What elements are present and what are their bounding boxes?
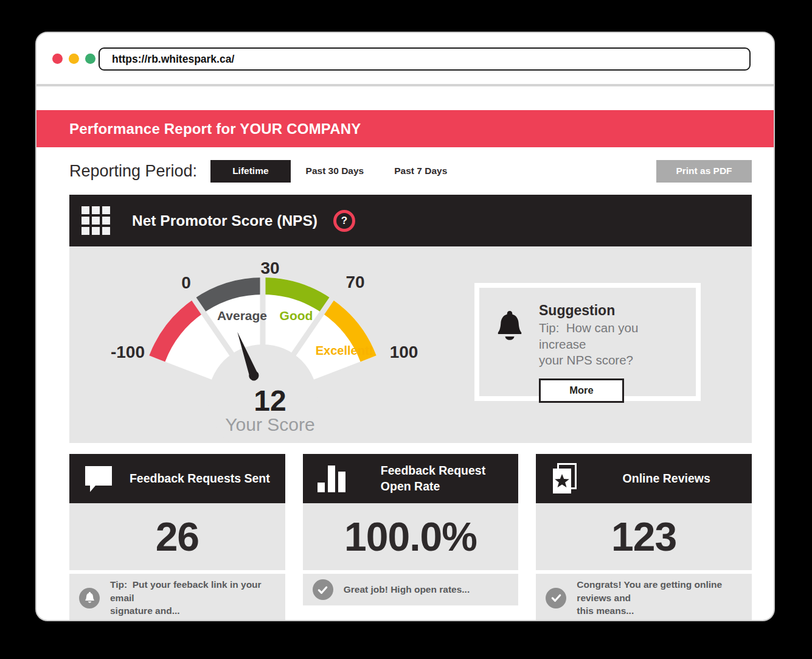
page-title: Performance Report for YOUR COMPANY [36,120,361,138]
card-title: Feedback Request Open Rate [381,463,485,494]
gauge-segment-label: Good [280,309,313,323]
suggestion-box: Suggestion Tip: How can you increase you… [474,283,701,401]
reporting-period-tabs: LifetimePast 30 DaysPast 7 Days [210,160,462,183]
report-banner: Performance Report for YOUR COMPANY [36,110,774,147]
card-note-text: Great job! High open rates... [344,583,470,596]
metric-card-body: 123 [536,503,752,570]
nps-gauge-chart: -10003070100AverageGoodExcellent!12Your … [69,246,471,443]
metric-card-note: Tip: Put your feeback link in your email… [69,574,285,621]
browser-window: https://rb.whitespark.ca/ Performance Re… [35,32,775,621]
gauge-segment-label: Excellent! [316,344,373,357]
traffic-lights [52,54,95,64]
report-page: Performance Report for YOUR COMPANY Repo… [36,110,774,621]
traffic-light-maximize-icon[interactable] [85,54,95,64]
metric-card-header: Feedback Request Open Rate [303,454,519,503]
period-tab-past-7-days[interactable]: Past 7 Days [379,160,462,183]
print-as-pdf-button[interactable]: Print as PDF [656,160,752,183]
card-note-text: Congrats! You are getting online reviews… [577,578,743,618]
metric-card-header: Online Reviews [536,454,752,503]
metric-card-body: 100.0% [303,503,519,570]
traffic-light-close-icon[interactable] [52,54,63,64]
star-pages-icon [549,462,581,495]
suggestion-content: Suggestion Tip: How can you increase you… [539,302,685,396]
check-icon [550,592,562,604]
bar-chart-icon [316,464,348,493]
metric-cards-row: Feedback Requests Sent 26 [69,454,752,621]
metric-card: Feedback Request Open Rate 100.0% [303,454,519,621]
gauge-score: 12 [254,385,286,417]
metric-card: Feedback Requests Sent 26 [69,454,285,621]
chrome-divider [36,84,774,86]
card-value: 123 [611,514,676,560]
url-bar[interactable]: https://rb.whitespark.ca/ [99,47,751,71]
suggestion-title: Suggestion [539,302,685,319]
metric-card: Online Reviews 123 [536,454,752,621]
gauge-segment-label: Average [217,309,267,323]
metric-card-note: Great job! High open rates... [303,574,519,605]
reporting-period-label: Reporting Period: [69,162,197,181]
period-tab-lifetime[interactable]: Lifetime [210,160,290,183]
gauge-tick-label: 70 [345,273,364,291]
gauge-tick-label: -100 [111,343,145,361]
reporting-period-row: Reporting Period: LifetimePast 30 DaysPa… [36,147,774,195]
help-glyph: ? [341,215,347,227]
nps-panel: Net Promotor Score (NPS) ? -10003070100A… [69,195,752,443]
card-note-text: Tip: Put your feeback link in your email… [110,578,277,618]
more-button[interactable]: More [539,378,624,403]
gauge-tick-label: 30 [260,259,279,277]
card-title: Online Reviews [623,471,710,486]
gauge-score-label: Your Score [225,414,314,434]
metric-card-note: Congrats! You are getting online reviews… [536,574,752,621]
nps-panel-body: -10003070100AverageGoodExcellent!12Your … [69,246,752,443]
gauge-tick-label: 100 [390,343,418,361]
check-icon [317,584,328,596]
bell-icon [498,310,522,344]
nps-panel-header: Net Promotor Score (NPS) ? [69,195,752,246]
metric-card-body: 26 [69,503,285,570]
gauge-tick-label: 0 [181,273,191,292]
bell-icon [85,591,95,604]
card-value: 100.0% [344,514,477,560]
help-icon[interactable]: ? [333,210,355,232]
grid-icon [82,206,110,235]
speech-bubble-icon [83,465,114,493]
nps-title: Net Promotor Score (NPS) [132,212,318,229]
traffic-light-minimize-icon[interactable] [69,54,79,64]
url-text: https://rb.whitespark.ca/ [112,53,234,66]
browser-chrome: https://rb.whitespark.ca/ [36,33,774,84]
card-value: 26 [156,514,199,560]
suggestion-tip: Tip: How can you increase your NPS score… [539,320,685,369]
card-title: Feedback Requests Sent [130,471,270,486]
period-tab-past-30-days[interactable]: Past 30 Days [291,160,380,183]
metric-card-header: Feedback Requests Sent [69,454,285,503]
